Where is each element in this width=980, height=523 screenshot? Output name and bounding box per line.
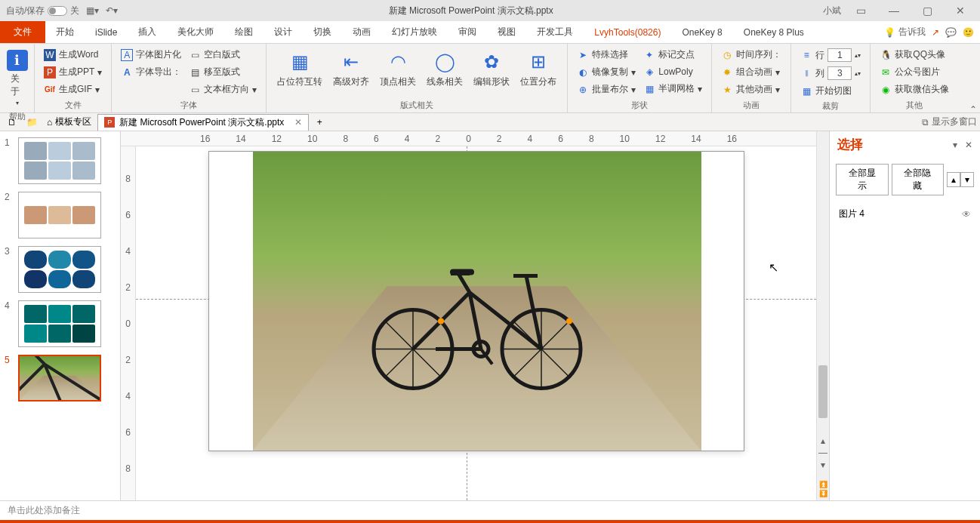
open-folder-icon[interactable]: 📁: [23, 115, 41, 130]
smile-icon[interactable]: 🙂: [963, 27, 974, 38]
prev-slide-icon[interactable]: ▴: [821, 435, 825, 446]
tab-beautify[interactable]: 美化大师: [167, 21, 224, 43]
tab-review[interactable]: 审阅: [448, 21, 487, 43]
maximize-button[interactable]: ▢: [914, 4, 941, 17]
notes-pane[interactable]: 单击此处添加备注: [0, 500, 980, 520]
slide-canvas[interactable]: [208, 151, 744, 451]
tab-design[interactable]: 设计: [263, 21, 303, 43]
document-tab[interactable]: P 新建 Microsoft PowerPoint 演示文稿.pptx ✕: [97, 114, 309, 131]
username[interactable]: 小斌: [823, 5, 841, 17]
ribbon-group-crop: ≡行1▴▾ ⦀列3▴▾ ▦开始切图 裁剪: [791, 44, 871, 112]
stepper-icon[interactable]: ▴▾: [855, 70, 861, 77]
tell-me[interactable]: 💡 告诉我: [884, 26, 926, 38]
tab-developer[interactable]: 开发工具: [526, 21, 584, 43]
align-button[interactable]: ⇤高级对齐: [328, 47, 374, 91]
vertex-button[interactable]: ◠顶点相关: [375, 47, 421, 91]
next-slide-icon[interactable]: ▾: [821, 460, 825, 470]
slide-editor[interactable]: 1614121086420246810121416 864202468: [121, 131, 816, 500]
panel-menu-icon[interactable]: ▾: [953, 140, 957, 150]
panel-close-icon[interactable]: ✕: [965, 140, 972, 150]
row-numbox[interactable]: 1: [827, 48, 852, 62]
tab-slideshow[interactable]: 幻灯片放映: [381, 21, 448, 43]
comments-icon[interactable]: 💬: [945, 27, 957, 38]
ribbon-group-layout: ▦占位符互转 ⇤高级对齐 ◠顶点相关 ◯线条相关 ✿编辑形状 ⊞位置分布 版式相…: [267, 44, 568, 112]
textbox-dir-button[interactable]: ▭文本框方向 ▾: [186, 82, 260, 97]
tab-onekey8[interactable]: OneKey 8: [671, 21, 732, 43]
halftone-button[interactable]: ▦半调网格 ▾: [640, 81, 705, 97]
about-button[interactable]: ℹ 关于 ▾: [6, 47, 28, 109]
start-crop-button[interactable]: ▦开始切图: [797, 83, 864, 99]
tab-islide[interactable]: iSlide: [85, 21, 128, 43]
thumbnail-1[interactable]: 1: [5, 137, 116, 184]
close-button[interactable]: ✕: [947, 4, 974, 17]
qat-undo-icon[interactable]: ↶▾: [105, 4, 119, 17]
close-tab-icon[interactable]: ✕: [294, 117, 302, 128]
slide-thumbnails[interactable]: 1 2 3 4 5: [0, 131, 121, 500]
edit-shape-button[interactable]: ✿编辑形状: [469, 47, 514, 91]
other-anim-button[interactable]: ★其他动画 ▾: [718, 82, 784, 97]
wx-avatar-button[interactable]: ◉获取微信头像: [877, 82, 952, 97]
combo-anim-button[interactable]: ✸组合动画 ▾: [718, 64, 784, 80]
tab-home[interactable]: 开始: [45, 21, 85, 43]
gen-gif-button[interactable]: Gif生成GIF ▾: [41, 82, 105, 97]
move-up-button[interactable]: ▴: [947, 172, 960, 187]
hide-all-button[interactable]: 全部隐藏: [892, 164, 945, 195]
font-img-button[interactable]: A字体图片化: [118, 47, 184, 63]
next-set-icon[interactable]: ⏬: [819, 490, 827, 497]
slide-image[interactable]: [253, 152, 701, 451]
canvas-area[interactable]: [136, 146, 816, 500]
new-doc-icon[interactable]: 🗋: [3, 115, 21, 130]
tab-lvyhtools[interactable]: LvyhTools(0826): [584, 21, 671, 43]
slot-button[interactable]: ▦占位符互转: [273, 47, 327, 91]
gen-word-button[interactable]: W生成Word: [41, 47, 105, 63]
vertical-scrollbar[interactable]: ▴ — ▾ ⏫ ⏬: [816, 131, 829, 500]
batch-bool-button[interactable]: ⊕批量布尔 ▾: [574, 82, 639, 97]
tab-onekey8plus[interactable]: OneKey 8 Plus: [733, 21, 815, 43]
tab-animations[interactable]: 动画: [342, 21, 381, 43]
tab-view[interactable]: 视图: [487, 21, 526, 43]
wechat-img-button[interactable]: ✉公众号图片: [877, 64, 952, 80]
selection-item[interactable]: 图片 4 👁: [830, 202, 980, 226]
add-tab-icon[interactable]: +: [310, 115, 328, 130]
font-export-button[interactable]: A字体导出：: [118, 64, 184, 80]
scrollbar-thumb[interactable]: [818, 365, 827, 418]
template-icon: ▤: [189, 66, 201, 78]
mark-point-button[interactable]: ✦标记交点: [640, 47, 705, 63]
tab-transitions[interactable]: 切换: [303, 21, 342, 43]
mirror-button[interactable]: ◐镜像复制 ▾: [574, 64, 639, 80]
stepper-icon[interactable]: ▴▾: [855, 52, 861, 59]
tab-draw[interactable]: 绘图: [224, 21, 263, 43]
move-down-button[interactable]: ▾: [960, 172, 974, 187]
home-template-button[interactable]: ⌂模板专区: [42, 115, 96, 130]
blank-layout-button[interactable]: ▭空白版式: [186, 47, 260, 63]
qat-save-icon[interactable]: ▦▾: [85, 4, 99, 17]
to-template-button[interactable]: ▤移至版式: [186, 64, 260, 80]
autosave-toggle[interactable]: 自动/保存 关: [6, 5, 79, 17]
visibility-icon[interactable]: 👁: [962, 209, 971, 220]
col-numbox[interactable]: 3: [827, 66, 852, 80]
line-button[interactable]: ◯线条相关: [422, 47, 467, 91]
toggle-icon[interactable]: [48, 6, 67, 16]
qq-avatar-button[interactable]: 🐧获取QQ头像: [877, 47, 952, 63]
thumbnail-5[interactable]: 5: [5, 355, 116, 401]
time-series-button[interactable]: ◷时间序列：: [718, 47, 784, 63]
thumbnail-2[interactable]: 2: [5, 192, 116, 238]
share-icon[interactable]: ↗: [932, 27, 939, 38]
thumbnail-4[interactable]: 4: [5, 300, 116, 347]
special-select-button[interactable]: ➤特殊选择: [574, 47, 639, 63]
show-all-button[interactable]: 全部显示: [836, 164, 889, 195]
file-tab[interactable]: 文件: [0, 21, 45, 43]
gen-ppt-button[interactable]: P生成PPT ▾: [41, 64, 105, 80]
collapse-ribbon-icon[interactable]: ⌃: [969, 104, 977, 115]
row-input[interactable]: ≡行1▴▾: [797, 47, 864, 63]
col-input[interactable]: ⦀列3▴▾: [797, 65, 864, 82]
thumbnail-3[interactable]: 3: [5, 246, 116, 293]
multi-window-label[interactable]: 显示多窗口: [932, 115, 977, 128]
distribute-button[interactable]: ⊞位置分布: [516, 47, 561, 91]
prev-set-icon[interactable]: ⏫: [819, 481, 827, 488]
lowpoly-button[interactable]: ◈LowPoly: [640, 64, 705, 79]
ribbon-display-icon[interactable]: ▭: [847, 4, 874, 17]
tab-insert[interactable]: 插入: [128, 21, 167, 43]
multi-window-icon[interactable]: ⧉: [922, 117, 929, 128]
minimize-button[interactable]: —: [880, 4, 908, 17]
